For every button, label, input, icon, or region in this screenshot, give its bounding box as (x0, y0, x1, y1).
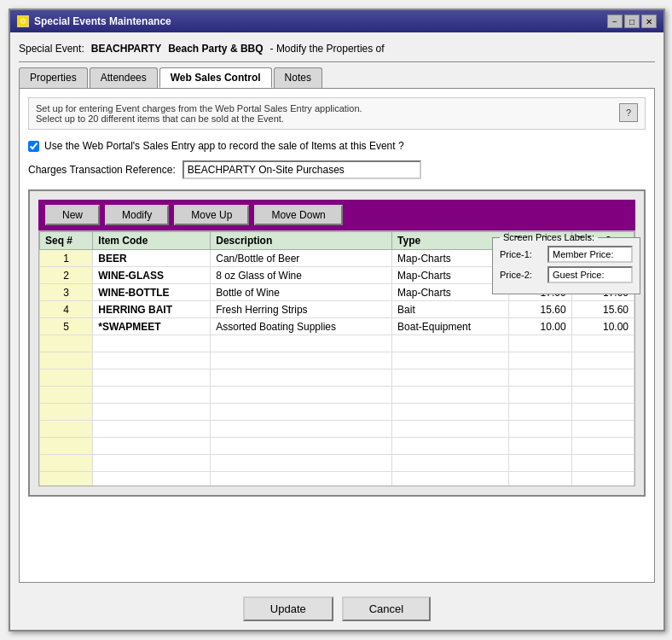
cancel-button[interactable]: Cancel (342, 596, 431, 621)
description-line1: Set up for entering Event charges from t… (36, 103, 612, 113)
cell-item-code: BEER (93, 250, 211, 267)
modify-button[interactable]: Modify (105, 205, 169, 225)
cell-description: Bottle of Wine (211, 284, 392, 301)
app-icon: ⚙ (17, 15, 29, 27)
col-seq: Seq # (40, 232, 93, 250)
new-button[interactable]: New (45, 205, 100, 225)
tab-properties[interactable]: Properties (19, 67, 88, 88)
title-bar-left: ⚙ Special Events Maintenance (17, 15, 171, 27)
event-code: BEACHPARTY (91, 43, 161, 55)
tab-web-sales-control[interactable]: Web Sales Control (159, 67, 272, 88)
price1-row: Price-1: (500, 246, 633, 263)
cell-description: Fresh Herring Strips (211, 301, 392, 318)
cell-seq: 3 (40, 284, 93, 301)
window-body: Special Event: BEACHPARTY Beach Party & … (10, 32, 663, 628)
main-window: ⚙ Special Events Maintenance − □ ✕ Speci… (9, 9, 665, 631)
price1-label: Price-1: (500, 249, 542, 259)
table-row-empty (40, 369, 634, 387)
table-row-empty (40, 404, 634, 421)
cell-item-code: *SWAPMEET (93, 318, 211, 335)
cell-seq: 5 (40, 318, 93, 335)
tab-notes[interactable]: Notes (274, 67, 322, 88)
description-text: Set up for entering Event charges from t… (36, 103, 612, 124)
description-line2: Select up to 20 different items that can… (36, 113, 612, 124)
screen-prices-legend: Screen Prices Labels: (500, 232, 598, 242)
price2-label: Price-2: (500, 270, 542, 280)
modify-text: - Modify the Properties of (270, 43, 385, 55)
cell-seq: 4 (40, 301, 93, 318)
tab-attendees[interactable]: Attendees (90, 67, 158, 88)
cell-description: Assorted Boating Supplies (211, 318, 392, 335)
col-description: Description (211, 232, 392, 250)
table-row[interactable]: 4 HERRING BAIT Fresh Herring Strips Bait… (40, 301, 634, 318)
cell-price2: 15.60 (571, 301, 634, 318)
cell-description: Can/Bottle of Beer (211, 250, 392, 267)
cell-seq: 2 (40, 267, 93, 284)
use-web-portal-checkbox[interactable] (28, 141, 39, 152)
table-row[interactable]: 5 *SWAPMEET Assorted Boating Supplies Bo… (40, 318, 634, 335)
event-name: Beach Party & BBQ (168, 43, 263, 55)
table-row-empty (40, 421, 634, 438)
move-down-button[interactable]: Move Down (254, 205, 342, 225)
help-icon[interactable]: ? (619, 103, 638, 122)
use-web-portal-label: Use the Web Portal's Sales Entry app to … (44, 140, 404, 152)
update-button[interactable]: Update (243, 596, 333, 621)
charges-transaction-row: Charges Transaction Reference: (28, 160, 646, 179)
cell-item-code: HERRING BAIT (93, 301, 211, 318)
table-row-empty (40, 335, 634, 352)
table-row-empty (40, 472, 634, 487)
charges-transaction-input[interactable] (182, 160, 421, 179)
title-controls: − □ ✕ (607, 15, 657, 28)
cell-price1: 10.00 (509, 318, 571, 335)
cell-price1: 15.60 (509, 301, 571, 318)
table-row-empty (40, 455, 634, 472)
title-bar: ⚙ Special Events Maintenance − □ ✕ (10, 10, 663, 32)
tab-bar: Properties Attendees Web Sales Control N… (19, 67, 655, 88)
special-event-label: Special Event: (19, 43, 84, 55)
window-title: Special Events Maintenance (34, 15, 171, 27)
charges-transaction-label: Charges Transaction Reference: (28, 164, 176, 176)
tab-content-web-sales: Set up for entering Event charges from t… (19, 88, 655, 583)
cell-price2: 10.00 (571, 318, 634, 335)
cell-seq: 1 (40, 250, 93, 267)
event-header: Special Event: BEACHPARTY Beach Party & … (19, 39, 655, 62)
minimize-button[interactable]: − (607, 15, 623, 28)
cell-item-code: WINE-BOTTLE (93, 284, 211, 301)
col-item-code: Item Code (93, 232, 211, 250)
bottom-buttons: Update Cancel (19, 596, 655, 621)
table-row-empty (40, 352, 634, 369)
checkbox-row: Use the Web Portal's Sales Entry app to … (28, 140, 646, 152)
price1-input[interactable] (547, 246, 633, 263)
price2-input[interactable] (547, 266, 633, 283)
maximize-button[interactable]: □ (624, 15, 640, 28)
price2-row: Price-2: (500, 266, 633, 283)
grid-toolbar: New Modify Move Up Move Down (38, 200, 635, 230)
cell-type: Bait (392, 301, 509, 318)
cell-description: 8 oz Glass of Wine (211, 267, 392, 284)
table-row-empty (40, 438, 634, 455)
table-row-empty (40, 387, 634, 404)
screen-prices-group: Screen Prices Labels: Price-1: Price-2: (492, 232, 640, 294)
description-box: Set up for entering Event charges from t… (28, 97, 646, 130)
move-up-button[interactable]: Move Up (174, 205, 249, 225)
cell-type: Boat-Equipment (392, 318, 509, 335)
cell-item-code: WINE-GLASS (93, 267, 211, 284)
close-button[interactable]: ✕ (641, 15, 657, 28)
